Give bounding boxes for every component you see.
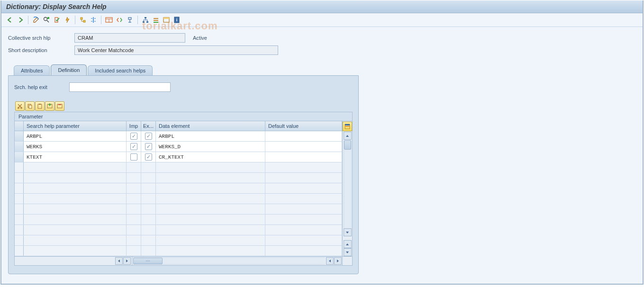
test-icon[interactable] xyxy=(125,15,135,25)
delete-row-icon[interactable] xyxy=(55,101,64,111)
cell-data-element[interactable] xyxy=(156,235,265,245)
cell-default-value[interactable] xyxy=(265,194,342,204)
v-scroll-track[interactable] xyxy=(344,140,352,228)
cut-icon[interactable] xyxy=(15,101,25,111)
cell-default-value[interactable] xyxy=(265,152,342,162)
col-default-value[interactable]: Default value xyxy=(265,121,342,131)
imp-checkbox[interactable] xyxy=(130,133,137,140)
col-exp[interactable]: Ex... xyxy=(141,121,156,131)
cell-imp[interactable] xyxy=(127,235,141,245)
scroll-right-first-icon[interactable] xyxy=(123,257,131,265)
cell-default-value[interactable] xyxy=(265,162,342,172)
cell-default-value[interactable] xyxy=(265,246,342,256)
cell-data-element[interactable]: ARBPL xyxy=(156,131,265,141)
append-icon[interactable] xyxy=(151,15,161,25)
srch-help-exit-field[interactable] xyxy=(69,82,171,92)
scroll-down-icon[interactable] xyxy=(344,228,352,236)
row-selector[interactable] xyxy=(15,152,24,162)
col-data-element[interactable]: Data element xyxy=(156,121,265,131)
row-selector[interactable] xyxy=(15,215,24,224)
cell-param[interactable] xyxy=(24,162,127,172)
cell-param[interactable] xyxy=(24,235,127,245)
cell-data-element[interactable] xyxy=(156,225,265,235)
source-icon[interactable] xyxy=(115,15,124,25)
cell-data-element[interactable]: WERKS_D xyxy=(156,142,265,152)
copy-icon[interactable] xyxy=(25,101,35,111)
cell-exp[interactable] xyxy=(141,235,156,245)
exp-checkbox[interactable] xyxy=(145,133,152,140)
cell-imp[interactable] xyxy=(127,142,141,152)
row-selector[interactable] xyxy=(15,173,24,183)
cell-exp[interactable] xyxy=(141,194,156,204)
cell-imp[interactable] xyxy=(127,183,141,193)
documentation-icon[interactable]: i xyxy=(172,15,181,25)
cell-param[interactable]: ARBPL xyxy=(24,131,127,141)
back-icon[interactable] xyxy=(5,15,15,25)
row-selector[interactable] xyxy=(15,131,24,141)
exp-checkbox[interactable] xyxy=(145,143,152,150)
row-selector[interactable] xyxy=(15,194,24,204)
display-change-icon[interactable] xyxy=(31,15,41,25)
paste-icon[interactable] xyxy=(35,101,45,111)
cell-imp[interactable] xyxy=(127,225,141,235)
short-description-field[interactable]: Work Center Matchcode xyxy=(74,45,278,55)
check-icon[interactable] xyxy=(52,15,62,25)
tab-included-search-helps[interactable]: Included search helps xyxy=(88,65,153,75)
cell-imp[interactable] xyxy=(127,246,141,256)
scroll-up-icon[interactable] xyxy=(344,132,352,140)
cell-default-value[interactable] xyxy=(265,204,342,214)
h-scroll-thumb[interactable] xyxy=(133,258,163,264)
cell-data-element[interactable] xyxy=(156,215,265,224)
grid-settings-icon[interactable] xyxy=(343,122,352,131)
row-selector[interactable] xyxy=(15,246,24,256)
cell-default-value[interactable] xyxy=(265,225,342,235)
cell-data-element[interactable] xyxy=(156,194,265,204)
cell-param[interactable] xyxy=(24,183,127,193)
other-object-icon[interactable] xyxy=(42,15,51,25)
v-scroll-thumb[interactable] xyxy=(344,140,351,150)
cell-param[interactable]: WERKS xyxy=(24,142,127,152)
cell-default-value[interactable] xyxy=(265,173,342,183)
cell-imp[interactable] xyxy=(127,131,141,141)
imp-checkbox[interactable] xyxy=(130,153,137,161)
cell-param[interactable] xyxy=(24,173,127,183)
activate-icon[interactable] xyxy=(63,15,72,25)
row-selector[interactable] xyxy=(15,162,24,172)
cell-exp[interactable] xyxy=(141,215,156,224)
cell-data-element[interactable] xyxy=(156,183,265,193)
row-selector[interactable] xyxy=(15,142,24,152)
tab-definition[interactable]: Definition xyxy=(51,64,87,75)
insert-row-icon[interactable] xyxy=(45,101,54,111)
col-row-selector[interactable] xyxy=(15,121,24,131)
scroll-left-first-icon[interactable] xyxy=(115,257,123,265)
imp-checkbox[interactable] xyxy=(130,143,137,150)
cell-default-value[interactable] xyxy=(265,235,342,245)
cell-data-element[interactable] xyxy=(156,173,265,183)
cell-default-value[interactable] xyxy=(265,142,342,152)
cell-param[interactable] xyxy=(24,225,127,235)
cell-default-value[interactable] xyxy=(265,215,342,224)
cell-data-element[interactable] xyxy=(156,162,265,172)
hierarchy-icon[interactable] xyxy=(141,15,150,25)
cell-data-element[interactable] xyxy=(156,246,265,256)
cell-imp[interactable] xyxy=(127,204,141,214)
row-selector[interactable] xyxy=(15,235,24,245)
cell-exp[interactable] xyxy=(141,162,156,172)
cell-default-value[interactable] xyxy=(265,183,342,193)
row-selector[interactable] xyxy=(15,225,24,235)
col-imp[interactable]: Imp xyxy=(127,121,141,131)
where-used-icon[interactable] xyxy=(78,15,88,25)
scroll-right-icon[interactable] xyxy=(334,257,342,265)
cell-data-element[interactable]: CR_KTEXT xyxy=(156,152,265,162)
technical-settings-icon[interactable] xyxy=(162,15,171,25)
scroll-up-2-icon[interactable] xyxy=(344,240,352,248)
cell-imp[interactable] xyxy=(127,173,141,183)
cell-param[interactable] xyxy=(24,194,127,204)
h-scroll-track[interactable] xyxy=(132,257,325,265)
cell-param[interactable] xyxy=(24,204,127,214)
cell-default-value[interactable] xyxy=(265,131,342,141)
display-object-list-icon[interactable] xyxy=(89,15,98,25)
cell-param[interactable] xyxy=(24,246,127,256)
cell-exp[interactable] xyxy=(141,131,156,141)
tab-attributes[interactable]: Attributes xyxy=(14,65,50,75)
